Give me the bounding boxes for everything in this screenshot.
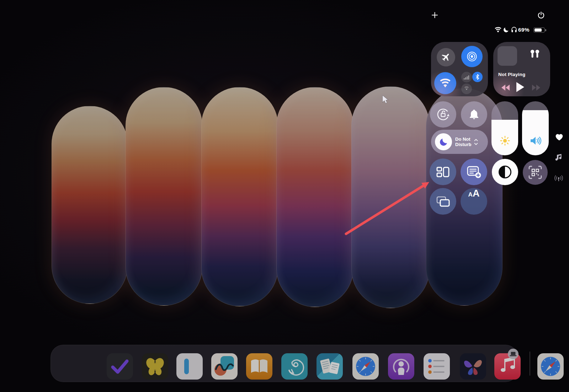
- focus-line2: Disturb: [455, 142, 472, 147]
- qr-scanner-icon: [528, 165, 542, 179]
- ipad-screen: 69%: [0, 0, 569, 392]
- status-wifi: [494, 27, 502, 34]
- sun-icon: [500, 135, 510, 147]
- dark-mode-icon: [499, 166, 511, 178]
- quick-note-icon: [467, 165, 482, 179]
- status-battery: [533, 27, 545, 33]
- play-button[interactable]: [516, 82, 525, 93]
- volume-slider[interactable]: [522, 101, 549, 155]
- fast-forward-button[interactable]: [532, 85, 541, 92]
- screen-mirroring-icon: [436, 196, 450, 207]
- airplane-icon: [439, 50, 453, 64]
- broadcast-icon: [554, 174, 564, 182]
- bell-icon: [468, 108, 480, 120]
- bluetooth-button[interactable]: [472, 72, 483, 82]
- volume-fill: [522, 110, 549, 155]
- edge-heart-shortcut[interactable]: [555, 133, 564, 143]
- rotation-lock-icon: [435, 107, 451, 122]
- power-button[interactable]: [537, 11, 545, 21]
- brightness-slider[interactable]: [491, 101, 518, 155]
- rewind-button[interactable]: [501, 85, 510, 92]
- focus-mode-button[interactable]: Do Not Disturb: [431, 130, 488, 154]
- rotation-lock-button[interactable]: [430, 101, 456, 128]
- moon-focus-icon: [503, 27, 509, 33]
- rewind-icon: [501, 85, 510, 91]
- music-note-icon: [555, 153, 563, 161]
- annotation-arrow: [341, 176, 434, 237]
- airdrop-icon: [466, 50, 478, 63]
- cellular-bars-icon: [464, 75, 469, 80]
- text-size-button[interactable]: AA: [461, 188, 487, 215]
- text-size-small-a: A: [468, 191, 473, 198]
- mouse-cursor: [382, 95, 390, 105]
- silent-mode-button[interactable]: [461, 101, 487, 128]
- quick-note-button[interactable]: [461, 159, 487, 185]
- connectivity-tile: [431, 42, 488, 96]
- focus-mode-label: Do Not Disturb: [455, 136, 472, 147]
- arrow-shaft: [346, 185, 424, 234]
- wifi-icon: [494, 27, 502, 33]
- code-scanner-button[interactable]: [523, 160, 548, 185]
- focus-line1: Do Not: [455, 136, 472, 142]
- headphones-icon: [511, 26, 517, 33]
- focus-moon-badge: [435, 133, 452, 150]
- cellular-data-button[interactable]: [461, 72, 472, 82]
- edge-broadcast-shortcut[interactable]: [554, 174, 564, 184]
- status-focus: [503, 27, 509, 34]
- airplane-mode-button[interactable]: [437, 48, 455, 66]
- battery-icon: [533, 27, 545, 33]
- power-icon: [537, 11, 545, 19]
- output-device: [527, 48, 542, 61]
- add-control-button[interactable]: [432, 12, 438, 20]
- plus-icon: [432, 12, 438, 18]
- wifi-icon: [439, 79, 451, 88]
- wifi-button[interactable]: [434, 72, 456, 94]
- album-art-placeholder: [498, 46, 517, 66]
- now-playing-status: Not Playing: [498, 72, 525, 77]
- now-playing-tile[interactable]: Not Playing: [493, 42, 550, 96]
- personal-hotspot-button[interactable]: [461, 84, 472, 94]
- moon-icon: [439, 137, 448, 147]
- hotspot-icon: [463, 86, 470, 92]
- play-icon: [516, 82, 525, 92]
- dark-mode-button[interactable]: [492, 159, 518, 185]
- airdrop-button[interactable]: [461, 46, 483, 67]
- speaker-icon: [530, 135, 542, 147]
- stage-manager-icon: [436, 166, 450, 178]
- bluetooth-icon: [475, 74, 480, 80]
- fast-forward-icon: [532, 85, 541, 91]
- chevron-up-down-icon: [474, 139, 478, 145]
- status-headphones: [511, 26, 517, 34]
- heart-icon: [555, 133, 564, 141]
- airpods-icon: [527, 48, 542, 60]
- battery-percent: 69%: [518, 27, 530, 33]
- text-size-large-a: A: [473, 188, 480, 199]
- edge-music-shortcut[interactable]: [555, 153, 563, 162]
